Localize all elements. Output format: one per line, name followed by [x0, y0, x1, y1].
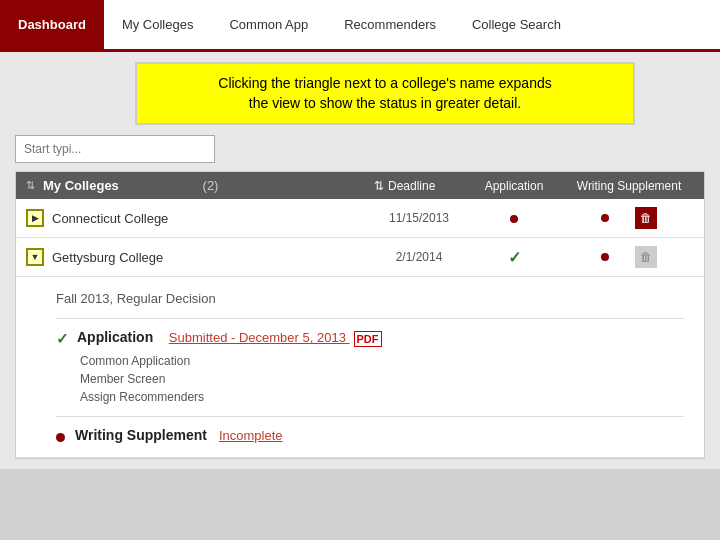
application-sub-items: Common Application Member Screen Assign … — [80, 352, 684, 406]
deadline-sort-icon[interactable]: ⇅ — [374, 179, 384, 193]
top-navigation: Dashboard My Colleges Common App Recomme… — [0, 0, 720, 52]
writing-dot-icon — [56, 433, 65, 442]
college-count: (2) — [203, 178, 219, 193]
expand-triangle-connecticut[interactable]: ▶ — [26, 209, 44, 227]
application-title: Application — [77, 329, 153, 345]
triangle-right-icon: ▶ — [32, 213, 39, 223]
deadline-gettysburg: 2/1/2014 — [374, 250, 464, 264]
writing-supplement-title: Writing Supplement — [75, 427, 207, 443]
writing-supplement-link[interactable]: Incomplete — [219, 428, 283, 443]
col-header-application: Application — [464, 179, 564, 193]
expanded-section-gettysburg: Fall 2013, Regular Decision ✓ Applicatio… — [16, 277, 704, 458]
application-section: ✓ Application Submitted - December 5, 20… — [56, 329, 684, 348]
col-header-deadline: ⇅ Deadline — [374, 179, 464, 193]
col-header-writing: Writing Supplement — [564, 179, 694, 193]
main-content: Clicking the triangle next to a college'… — [0, 52, 720, 469]
sub-item-recommenders: Assign Recommenders — [80, 388, 684, 406]
tooltip-box: Clicking the triangle next to a college'… — [135, 62, 635, 125]
writing-status-connecticut: 🗑 — [564, 207, 694, 229]
app-dot-connecticut — [510, 215, 518, 223]
college-name-connecticut: Connecticut College — [52, 211, 374, 226]
section-divider-2 — [56, 416, 684, 417]
tooltip-line2: the view to show the status in greater d… — [249, 95, 521, 111]
deadline-connecticut: 11/15/2013 — [374, 211, 464, 225]
search-row — [15, 135, 705, 163]
writing-status-gettysburg: 🗑 — [564, 246, 694, 268]
writing-dot-gettysburg — [601, 253, 609, 261]
application-check-icon: ✓ — [56, 330, 69, 348]
tab-my-colleges[interactable]: My Colleges — [104, 0, 212, 49]
colleges-table: ⇅ My Colleges (2) ⇅ Deadline Application… — [15, 171, 705, 459]
writing-supplement-section: Writing Supplement Incomplete — [56, 427, 684, 443]
app-status-connecticut — [464, 211, 564, 226]
table-header: ⇅ My Colleges (2) ⇅ Deadline Application… — [16, 172, 704, 199]
table-row: ▶ Connecticut College 11/15/2013 🗑 — [16, 199, 704, 238]
sub-item-member-screen: Member Screen — [80, 370, 684, 388]
table-title: My Colleges — [43, 178, 199, 193]
expand-triangle-gettysburg[interactable]: ▼ — [26, 248, 44, 266]
tab-college-search[interactable]: College Search — [454, 0, 579, 49]
pdf-icon: PDF — [354, 331, 382, 347]
trash-button-gettysburg[interactable]: 🗑 — [635, 246, 657, 268]
section-divider — [56, 318, 684, 319]
decision-label: Fall 2013, Regular Decision — [56, 291, 684, 306]
college-name-gettysburg: Gettysburg College — [52, 250, 374, 265]
sub-item-common-app: Common Application — [80, 352, 684, 370]
tab-recommenders[interactable]: Recommenders — [326, 0, 454, 49]
triangle-down-icon: ▼ — [31, 252, 40, 262]
search-input[interactable] — [15, 135, 215, 163]
tab-dashboard[interactable]: Dashboard — [0, 0, 104, 49]
table-row: ▼ Gettysburg College 2/1/2014 ✓ 🗑 — [16, 238, 704, 277]
writing-dot-connecticut — [601, 214, 609, 222]
tab-common-app[interactable]: Common App — [211, 0, 326, 49]
trash-button-connecticut[interactable]: 🗑 — [635, 207, 657, 229]
app-check-gettysburg: ✓ — [508, 249, 521, 266]
app-status-gettysburg: ✓ — [464, 248, 564, 267]
application-status-link[interactable]: Submitted - December 5, 2013 PDF — [169, 330, 382, 345]
sort-arrows-icon[interactable]: ⇅ — [26, 179, 35, 192]
tooltip-line1: Clicking the triangle next to a college'… — [218, 75, 551, 91]
